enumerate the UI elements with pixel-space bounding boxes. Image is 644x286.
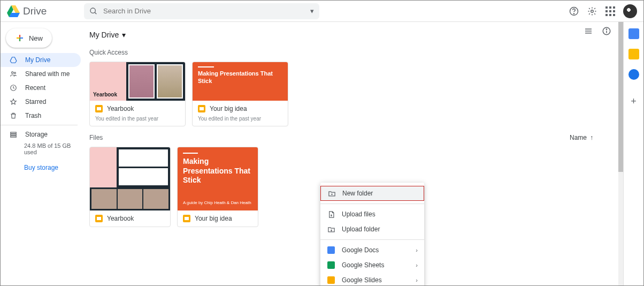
qa-thumbnail: Yearbook [90,62,185,101]
search-dropdown-icon[interactable]: ▾ [310,7,314,15]
nav-recent[interactable]: Recent [1,81,81,95]
nav-starred[interactable]: Starred [1,95,81,109]
nav-shared[interactable]: Shared with me [1,67,81,81]
svg-point-0 [90,8,95,13]
breadcrumb[interactable]: My Drive ▾ [89,26,615,43]
slides-icon [327,276,335,284]
menu-upload-files[interactable]: Upload files [320,207,424,222]
menu-google-slides[interactable]: Google Slides › [320,273,424,286]
nav-label: Starred [25,98,46,106]
qa-thumbnail: Making Presentations That Stick [193,62,288,101]
thumb-label: Yearbook [93,92,117,97]
quick-access-title: Quick Access [89,49,615,56]
file-thumbnail [90,147,170,210]
menu-new-folder[interactable]: New folder [320,186,424,201]
svg-rect-14 [11,136,17,137]
breadcrumb-title: My Drive [89,31,119,39]
menu-label: New folder [342,190,373,197]
apps-icon[interactable] [605,6,616,17]
svg-rect-12 [11,132,17,133]
qa-meta: You edited in the past year [95,116,180,122]
trash-icon [9,112,18,119]
search-input[interactable] [103,7,305,15]
file-name: Your big idea [195,215,232,222]
nav-label: My Drive [25,56,50,64]
slides-icon [198,105,205,112]
plus-icon [15,33,25,43]
menu-upload-folder[interactable]: Upload folder [320,222,424,237]
sheets-icon [327,261,335,269]
nav-list: My Drive Shared with me Recent Starred T… [1,53,81,123]
drive-logo-icon [7,5,20,17]
star-icon [9,98,18,106]
sort-control[interactable]: Name ↑ [570,134,593,141]
new-button-label: New [29,34,43,42]
menu-label: Upload files [342,210,375,218]
tasks-icon[interactable] [628,69,639,80]
thumb-title: Making Presentations That Stick [183,157,252,185]
sidebar: New My Drive Shared with me Recent Starr… [1,22,81,285]
files-title: Files [89,134,103,141]
new-button[interactable]: New [6,28,52,48]
scrollbar[interactable] [618,22,623,285]
nav-label: Trash [25,112,41,119]
file-thumbnail: Making Presentations That Stick A guide … [178,147,258,210]
logo[interactable]: Drive [7,5,84,17]
storage-icon [9,131,18,138]
addons-plus-icon[interactable]: + [631,96,637,107]
shared-icon [9,70,18,78]
menu-google-docs[interactable]: Google Docs › [320,243,424,258]
file-upload-icon [327,210,335,219]
context-menu: New folder Upload files Upload folder Go… [320,183,424,286]
account-avatar[interactable] [623,4,637,18]
sort-label: Name [570,134,587,141]
chevron-right-icon: › [416,277,418,283]
thumb-subtitle: A guide by Chip Heath & Dan Heath [183,200,252,205]
files-header: Files Name ↑ [89,134,615,141]
menu-label: Google Sheets [342,261,384,269]
keep-icon[interactable] [628,49,639,59]
menu-google-sheets[interactable]: Google Sheets › [320,258,424,273]
quick-access-card[interactable]: Making Presentations That Stick Your big… [192,62,288,126]
side-panel: + [623,22,643,285]
search-bar[interactable]: ▾ [84,3,319,19]
slides-icon [95,215,103,222]
calendar-icon[interactable] [628,28,639,39]
search-icon [89,7,98,16]
buy-storage-link[interactable]: Buy storage [1,164,81,171]
nav-label: Shared with me [25,70,70,78]
svg-point-20 [606,29,607,29]
svg-line-1 [95,12,96,14]
file-card[interactable]: Yearbook [89,147,171,227]
nav-storage[interactable]: Storage [1,127,81,141]
qa-name: Your big idea [210,105,247,112]
nav-my-drive[interactable]: My Drive [1,53,81,67]
info-icon[interactable] [602,26,611,37]
header-actions [569,4,637,18]
svg-point-10 [14,72,16,74]
folder-plus-icon [327,189,336,198]
file-card[interactable]: Making Presentations That Stick A guide … [177,147,258,227]
help-icon[interactable] [569,6,579,17]
toolbar-right [584,26,611,37]
quick-access-card[interactable]: Yearbook Yearbook You edited in the past… [89,62,186,126]
nav-trash[interactable]: Trash [1,109,81,123]
qa-name: Yearbook [107,105,134,112]
file-name: Yearbook [107,215,134,222]
nav-label: Storage [25,131,48,138]
my-drive-icon [9,56,18,64]
docs-icon [327,246,335,254]
clock-icon [9,84,18,92]
menu-label: Upload folder [342,225,380,233]
quick-access-row: Yearbook Yearbook You edited in the past… [89,62,615,126]
chevron-right-icon: › [416,247,418,253]
slides-icon [183,215,190,222]
header-bar: Drive ▾ [1,1,643,22]
settings-icon[interactable] [587,6,597,17]
nav-label: Recent [25,84,45,92]
svg-point-3 [573,13,574,13]
list-view-icon[interactable] [584,26,593,37]
menu-label: Google Slides [342,276,382,284]
thumb-title: Making Presentations That Stick [198,70,282,85]
arrow-up-icon: ↑ [590,134,593,141]
